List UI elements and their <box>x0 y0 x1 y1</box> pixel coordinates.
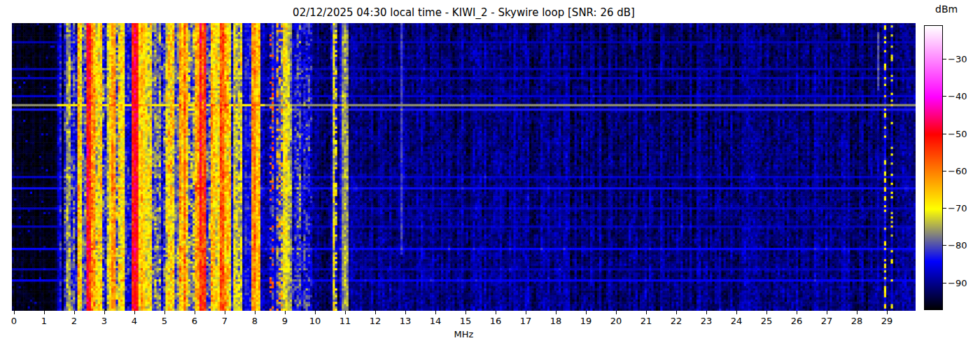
colorbar-tick-mark <box>943 283 946 284</box>
x-axis-label: MHz <box>12 329 916 340</box>
colorbar-tick-label: −70 <box>948 203 967 214</box>
x-tick-mark <box>375 311 376 314</box>
x-tick-mark <box>195 311 195 314</box>
x-tick-label: 2 <box>71 316 77 326</box>
x-tick-mark <box>556 311 556 314</box>
colorbar-unit-label: dBm <box>935 4 958 15</box>
x-tick-mark <box>706 311 707 314</box>
x-tick-label: 29 <box>881 316 893 326</box>
x-tick-mark <box>736 311 737 314</box>
x-tick-mark <box>285 311 286 314</box>
x-tick-mark <box>14 311 15 314</box>
x-tick-mark <box>315 311 316 314</box>
x-tick-label: 10 <box>309 316 321 326</box>
chart-title: 02/12/2025 04:30 local time - KIWI_2 - S… <box>12 6 916 19</box>
x-tick-mark <box>225 311 225 314</box>
colorbar-tick-mark <box>943 134 946 134</box>
x-tick-mark <box>766 311 767 314</box>
colorbar-tick-label: −50 <box>948 128 967 139</box>
colorbar-tick-label: −40 <box>948 91 967 102</box>
x-tick-label: 8 <box>252 316 258 326</box>
x-tick-label: 21 <box>640 316 652 326</box>
x-tick-label: 16 <box>490 316 502 326</box>
x-tick-label: 27 <box>821 316 833 326</box>
x-tick-label: 4 <box>132 316 137 326</box>
x-tick-label: 12 <box>370 316 382 326</box>
colorbar-tick-label: −80 <box>948 240 967 251</box>
colorbar-tick-mark <box>943 171 946 172</box>
x-tick-label: 20 <box>610 316 622 326</box>
x-tick-label: 24 <box>731 316 743 326</box>
x-tick-mark <box>646 311 647 314</box>
x-tick-mark <box>164 311 165 314</box>
x-tick-label: 26 <box>791 316 803 326</box>
x-tick-mark <box>74 311 75 314</box>
x-tick-label: 14 <box>430 316 442 326</box>
colorbar-tick-mark <box>943 208 946 209</box>
x-tick-mark <box>676 311 677 314</box>
x-tick-label: 25 <box>761 316 773 326</box>
x-tick-mark <box>827 311 827 314</box>
x-tick-label: 3 <box>102 316 107 326</box>
x-tick-label: 0 <box>11 316 17 326</box>
x-tick-label: 19 <box>580 316 592 326</box>
x-tick-mark <box>44 311 45 314</box>
x-tick-label: 23 <box>701 316 713 326</box>
x-tick-mark <box>255 311 255 314</box>
x-tick-label: 17 <box>520 316 532 326</box>
x-tick-label: 28 <box>851 316 863 326</box>
x-tick-mark <box>797 311 797 314</box>
x-tick-mark <box>496 311 496 314</box>
x-tick-label: 6 <box>192 316 197 326</box>
x-tick-label: 7 <box>222 316 227 326</box>
x-tick-mark <box>345 311 346 314</box>
x-tick-mark <box>526 311 526 314</box>
x-tick-label: 11 <box>340 316 351 326</box>
spectrogram-figure: 02/12/2025 04:30 local time - KIWI_2 - S… <box>0 0 980 350</box>
waterfall-canvas <box>12 23 916 311</box>
x-tick-label: 1 <box>41 316 47 326</box>
x-tick-mark <box>465 311 466 314</box>
x-tick-mark <box>104 311 105 314</box>
colorbar-canvas <box>924 25 943 310</box>
colorbar-tick-mark <box>943 96 946 97</box>
x-tick-mark <box>435 311 436 314</box>
x-tick-label: 13 <box>400 316 412 326</box>
x-tick-mark <box>134 311 135 314</box>
colorbar-tick-label: −30 <box>948 53 967 64</box>
x-tick-mark <box>586 311 587 314</box>
x-tick-mark <box>405 311 406 314</box>
x-tick-label: 22 <box>671 316 682 326</box>
x-tick-mark <box>887 311 888 314</box>
x-tick-label: 9 <box>282 316 288 326</box>
x-tick-mark <box>857 311 858 314</box>
colorbar-tick-label: −60 <box>948 165 967 176</box>
colorbar-tick-mark <box>943 245 946 246</box>
x-tick-label: 15 <box>460 316 472 326</box>
colorbar-tick-mark <box>943 59 946 59</box>
x-tick-label: 5 <box>162 316 167 326</box>
x-tick-label: 18 <box>550 316 562 326</box>
colorbar-tick-label: −90 <box>948 277 967 288</box>
x-tick-mark <box>616 311 617 314</box>
